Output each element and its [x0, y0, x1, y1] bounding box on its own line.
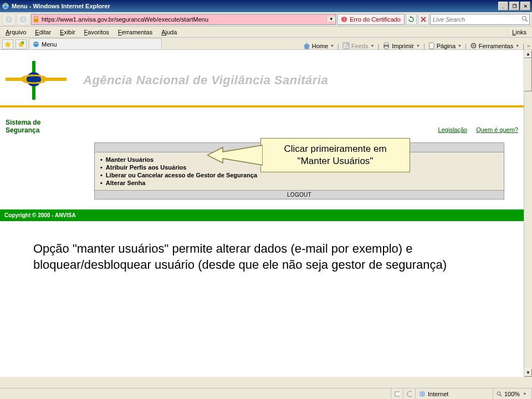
restore-button[interactable]: ❐ [509, 2, 519, 11]
menubar: Arquivo Editar Exibir Favoritos Ferramen… [0, 27, 532, 38]
page-content: Agência Nacional de Vigilância Sanitária… [0, 50, 532, 377]
forward-button[interactable] [17, 13, 30, 25]
links-label[interactable]: Links [508, 29, 531, 35]
ie-page-icon [33, 41, 39, 48]
cmd-print[interactable]: Imprimir▼ [381, 42, 421, 49]
tab-label: Menu [42, 41, 57, 48]
certificate-error[interactable]: ! Erro do Certificado [337, 14, 405, 25]
svg-text:!: ! [344, 17, 345, 22]
window-title: Menu - Windows Internet Explorer [12, 3, 498, 9]
command-bar: Home▼ | Feeds▼ | Imprimir▼ | Página▼ | F… [302, 42, 530, 49]
close-button[interactable]: ✕ [520, 2, 530, 11]
vertical-scrollbar[interactable]: ▲ ▼ [524, 50, 532, 377]
globe-icon [419, 391, 426, 397]
status-popup-icon [391, 388, 403, 399]
svg-point-19 [27, 72, 41, 86]
address-dropdown[interactable]: ▼ [326, 17, 335, 22]
yellow-divider [0, 105, 524, 108]
window-titlebar: Menu - Windows Internet Explorer _ ❐ ✕ [0, 0, 532, 12]
link-quem-e-quem[interactable]: Quem é quem? [476, 126, 518, 133]
link-legislacao[interactable]: Legislação [438, 126, 468, 133]
menu-ferramentas[interactable]: Ferramentas [114, 29, 157, 35]
page-icon [428, 42, 435, 49]
stop-button[interactable] [418, 14, 429, 25]
cmd-tools[interactable]: Ferramentas▼ [469, 42, 520, 49]
anvisa-logo [6, 61, 66, 100]
svg-text:+: + [22, 41, 24, 44]
svg-point-23 [407, 391, 412, 397]
print-icon [382, 42, 390, 49]
home-icon [303, 42, 310, 49]
system-title: Sistema de Segurança [6, 119, 40, 135]
status-bar: Internet 100% ▼ [0, 388, 532, 399]
cmd-home[interactable]: Home▼ [302, 42, 335, 49]
svg-point-2 [20, 16, 27, 23]
menu-editar[interactable]: Editar [30, 29, 55, 35]
status-phishing-icon [403, 388, 416, 399]
callout-arrow-icon [207, 144, 263, 168]
tab-menu[interactable]: Menu [29, 38, 162, 49]
lock-icon [32, 16, 40, 23]
search-icon[interactable] [520, 16, 529, 23]
svg-point-11 [343, 47, 345, 49]
svg-rect-13 [385, 43, 388, 45]
svg-point-5 [523, 16, 526, 20]
navigation-toolbar: ▼ ! Erro do Certificado [0, 12, 532, 27]
gear-icon [470, 42, 477, 49]
menu-ajuda[interactable]: Ajuda [157, 29, 181, 35]
cmd-page[interactable]: Página▼ [427, 42, 463, 49]
svg-point-16 [473, 45, 474, 47]
shield-warning-icon: ! [341, 16, 347, 23]
instruction-callout: Clicar primeiramente em "Manter Usuários… [260, 138, 410, 172]
menu-exibir[interactable]: Exibir [55, 29, 80, 35]
svg-rect-22 [395, 392, 400, 396]
cmd-feeds[interactable]: Feeds▼ [341, 42, 376, 49]
menu-arquivo[interactable]: Arquivo [1, 29, 30, 35]
search-input[interactable] [431, 16, 520, 23]
status-zoom[interactable]: 100% ▼ [493, 388, 532, 399]
svg-marker-21 [207, 145, 263, 165]
search-box[interactable] [430, 14, 530, 25]
feeds-icon [342, 42, 350, 49]
copyright-bar: Copyright © 2000 - ANVISA [0, 209, 524, 221]
page-header: Agência Nacional de Vigilância Sanitária [0, 50, 524, 105]
status-zone[interactable]: Internet [416, 388, 493, 399]
svg-line-28 [500, 395, 502, 396]
tab-bar: + Menu Home▼ | Feeds▼ | Imprimir▼ | Pági… [0, 38, 532, 50]
url-input[interactable] [40, 16, 326, 23]
add-favorite-button[interactable]: + [16, 39, 27, 49]
minimize-button[interactable]: _ [498, 2, 508, 11]
svg-point-1 [6, 16, 12, 23]
svg-rect-14 [385, 47, 388, 49]
refresh-button[interactable] [406, 14, 417, 25]
scroll-up-button[interactable]: ▲ [524, 50, 532, 58]
logout-button[interactable]: LOGOUT [95, 190, 504, 199]
svg-rect-3 [34, 19, 38, 22]
menu-item-alterar-senha[interactable]: Alterar Senha [100, 179, 498, 187]
cert-error-text: Erro do Certificado [350, 16, 401, 23]
svg-point-24 [420, 391, 425, 397]
svg-line-6 [526, 20, 528, 22]
agency-title: Agência Nacional de Vigilância Sanitária [83, 73, 328, 88]
menu-favoritos[interactable]: Favoritos [80, 29, 114, 35]
favorites-button[interactable] [2, 39, 13, 49]
scroll-down-button[interactable]: ▼ [524, 369, 532, 377]
cmd-overflow[interactable]: » [527, 43, 530, 49]
explanation-text: Opção "manter usuários" permite alterar … [0, 221, 524, 293]
zoom-icon [497, 391, 502, 397]
address-bar[interactable]: ▼ [31, 14, 336, 25]
ie-icon [2, 2, 9, 10]
scroll-thumb[interactable] [524, 58, 532, 91]
back-button[interactable] [2, 13, 16, 25]
